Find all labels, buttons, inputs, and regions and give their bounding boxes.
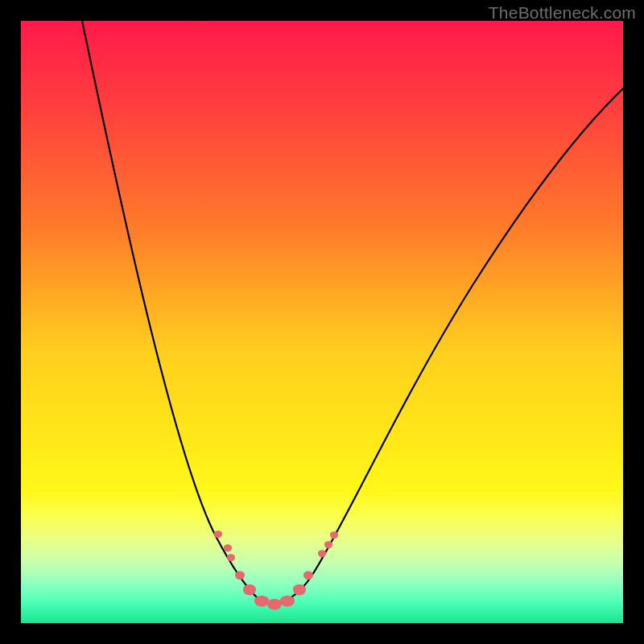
plot-area	[21, 21, 623, 623]
chart-frame: TheBottleneck.com	[0, 0, 644, 644]
v-curve-path	[82, 21, 623, 604]
watermark-text: TheBottleneck.com	[489, 3, 636, 23]
chart-svg	[21, 21, 623, 623]
valley-markers	[214, 530, 338, 609]
